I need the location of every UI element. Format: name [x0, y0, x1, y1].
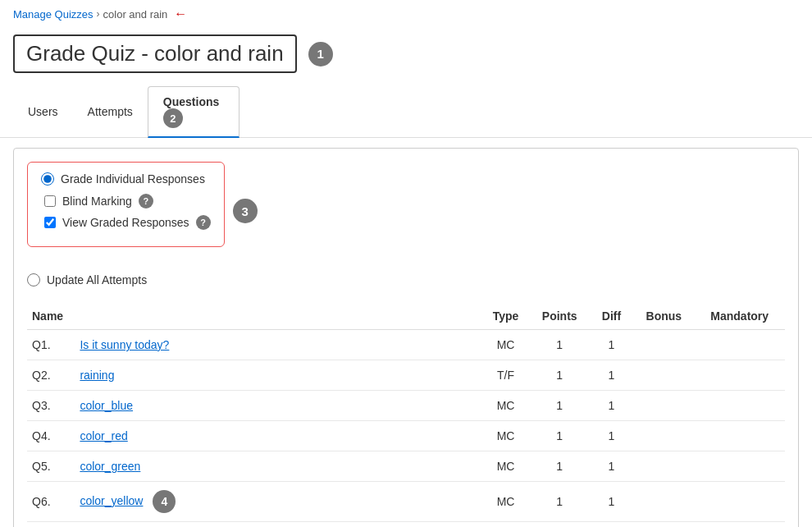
question-number: Q2. — [27, 360, 75, 391]
update-all-radio[interactable] — [27, 273, 40, 286]
table-row: Q2.rainingT/F11 — [27, 360, 785, 391]
col-header-bonus: Bonus — [633, 303, 694, 330]
question-name-cell: color_blue — [75, 391, 481, 421]
table-row: Q3.color_blueMC11 — [27, 391, 785, 421]
table-row: Q1.Is it sunny today?MC11 — [27, 330, 785, 360]
question-type: T/F — [481, 360, 529, 391]
col-header-mandatory: Mandatory — [694, 303, 785, 330]
badge-4: 4 — [153, 490, 176, 513]
main-content: Grade Individual Responses Blind Marking… — [13, 148, 799, 527]
question-points: 1 — [530, 391, 590, 421]
breadcrumb-chevron: › — [97, 8, 100, 20]
blind-marking-label: Blind Marking — [62, 195, 132, 208]
question-type: MC — [481, 391, 529, 421]
question-diff: 1 — [590, 391, 633, 421]
question-mandatory — [694, 391, 785, 421]
question-number: Q6. — [27, 482, 75, 522]
question-diff: 1 — [590, 360, 633, 391]
manage-quizzes-link[interactable]: Manage Quizzes — [13, 8, 94, 21]
question-name-cell: raining — [75, 360, 481, 391]
question-number: Q7. — [27, 522, 75, 528]
col-header-type: Type — [481, 303, 529, 330]
question-mandatory — [694, 330, 785, 360]
question-bonus — [633, 451, 694, 482]
question-diff: 1 — [590, 482, 633, 522]
question-diff: 1 — [590, 451, 633, 482]
question-diff: 1 — [590, 421, 633, 451]
blind-marking-help-icon[interactable]: ? — [139, 194, 153, 209]
question-number: Q1. — [27, 330, 75, 360]
update-all-label: Update All Attempts — [47, 273, 147, 286]
question-diff: 1 — [590, 522, 633, 528]
question-points: 1 — [530, 482, 590, 522]
question-mandatory — [694, 360, 785, 391]
question-name-cell: Is it sunny today? — [75, 330, 481, 360]
question-mandatory — [694, 451, 785, 482]
question-number: Q5. — [27, 451, 75, 482]
question-name-cell: color_yellow4 — [75, 482, 481, 522]
question-number: Q4. — [27, 421, 75, 451]
view-graded-label: View Graded Responses — [62, 216, 189, 229]
view-graded-checkbox[interactable] — [44, 217, 56, 228]
question-name-cell: Describe why the sky appears to be the c… — [75, 522, 481, 528]
grade-individual-radio[interactable] — [41, 172, 54, 186]
view-graded-help-icon[interactable]: ? — [196, 215, 211, 230]
question-bonus — [633, 330, 694, 360]
question-name-cell: color_red — [75, 421, 481, 451]
col-header-points: Points — [530, 303, 590, 330]
col-header-name: Name — [27, 303, 481, 330]
grade-individual-row: Grade Individual Responses — [41, 172, 211, 186]
question-points: 1 — [530, 421, 590, 451]
question-name-cell: color_green — [75, 451, 481, 482]
questions-table: Name Type Points Diff Bonus Mandatory Q1… — [27, 303, 785, 527]
tab-users[interactable]: Users — [13, 97, 73, 126]
tab-badge-2: 2 — [163, 108, 224, 128]
table-row: Q7.Describe why the sky appears to be th… — [27, 522, 785, 528]
question-points: 1 — [530, 451, 590, 482]
table-row: Q5.color_greenMC11 — [27, 451, 785, 482]
question-name-link[interactable]: raining — [80, 369, 114, 382]
current-page-label: color and rain — [103, 8, 168, 21]
breadcrumb: Manage Quizzes › color and rain ← — [0, 0, 812, 28]
question-type: MC — [481, 421, 529, 451]
question-points: 1 — [530, 330, 590, 360]
badge-1: 1 — [308, 42, 333, 66]
question-name-link[interactable]: color_red — [80, 429, 127, 442]
options-box: Grade Individual Responses Blind Marking… — [27, 162, 225, 247]
question-name-link[interactable]: color_yellow — [80, 494, 143, 507]
question-number: Q3. — [27, 391, 75, 421]
question-type: MC — [481, 451, 529, 482]
question-bonus — [633, 391, 694, 421]
tab-questions[interactable]: Questions 2 — [148, 86, 239, 138]
question-bonus — [633, 421, 694, 451]
question-points: 1 — [530, 360, 590, 391]
question-bonus — [633, 482, 694, 522]
question-bonus — [633, 360, 694, 391]
table-row: Q6.color_yellow4MC11 — [27, 482, 785, 522]
question-name-link[interactable]: color_green — [80, 460, 140, 473]
question-mandatory — [694, 421, 785, 451]
tabs-row: Users Attempts Questions 2 — [0, 86, 812, 138]
blind-marking-checkbox[interactable] — [44, 195, 56, 207]
question-name-link[interactable]: Is it sunny today? — [80, 338, 169, 351]
question-type: MC — [481, 330, 529, 360]
view-graded-row: View Graded Responses ? — [44, 215, 211, 230]
blind-marking-row: Blind Marking ? — [44, 194, 211, 209]
table-row: Q4.color_redMC11 — [27, 421, 785, 451]
question-diff: 1 — [590, 330, 633, 360]
question-mandatory — [694, 522, 785, 528]
back-arrow-icon[interactable]: ← — [174, 7, 187, 21]
question-name-link[interactable]: color_blue — [80, 399, 133, 412]
tab-attempts[interactable]: Attempts — [73, 97, 148, 126]
grade-individual-label: Grade Individual Responses — [61, 172, 205, 186]
question-mandatory — [694, 482, 785, 522]
question-points: 4 — [530, 522, 590, 528]
page-title: Grade Quiz - color and rain — [13, 34, 297, 73]
question-bonus — [633, 522, 694, 528]
question-type: MC — [481, 482, 529, 522]
table-header-row: Name Type Points Diff Bonus Mandatory — [27, 303, 785, 330]
question-type: WR — [481, 522, 529, 528]
col-header-diff: Diff — [590, 303, 633, 330]
update-all-row: Update All Attempts — [27, 273, 785, 286]
badge-3: 3 — [233, 199, 258, 223]
